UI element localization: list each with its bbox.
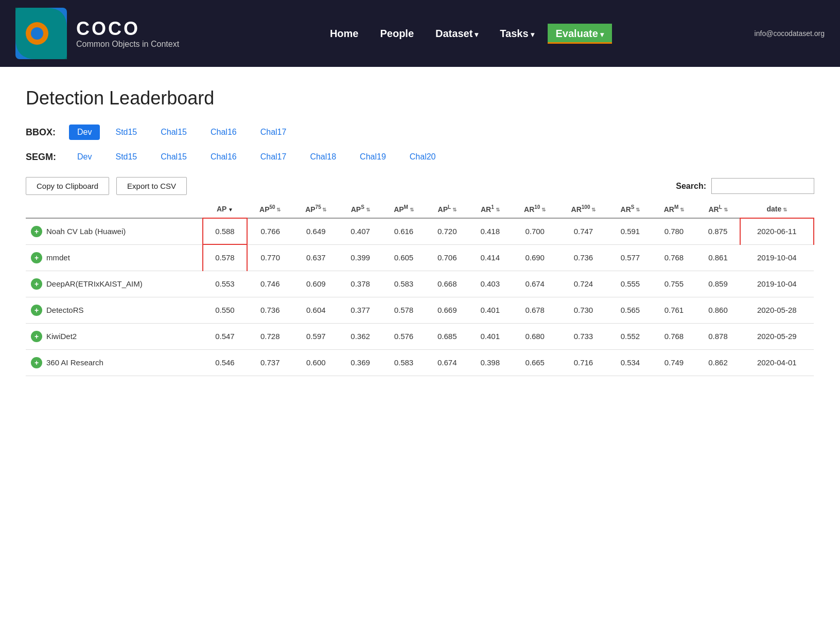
team-name-2: DeepAR(ETRIxKAIST_AIM) (46, 279, 143, 288)
ars-cell-4: 0.552 (609, 323, 652, 349)
logo-title: COCO (76, 18, 179, 40)
ars-cell-1: 0.577 (609, 244, 652, 271)
bbox-filter-row: BBOX: Dev Std15 Chal15 Chal16 Chal17 (26, 125, 814, 140)
col-arl[interactable]: ARL ⇅ (696, 200, 740, 218)
nav-home[interactable]: Home (322, 24, 367, 44)
nav-people[interactable]: People (372, 24, 422, 44)
header-left: COCO Common Objects in Context (15, 8, 179, 59)
segm-filter-row: SEGM: Dev Std15 Chal15 Chal16 Chal17 Cha… (26, 149, 814, 165)
aps-cell-5: 0.369 (339, 349, 382, 376)
toolbar-left: Copy to Clipboard Export to CSV (26, 177, 187, 195)
col-arm[interactable]: ARM ⇅ (652, 200, 696, 218)
ap-cell-2: 0.553 (203, 271, 247, 297)
aps-cell-4: 0.362 (339, 323, 382, 349)
arm-cell-1: 0.768 (652, 244, 696, 271)
arl-cell-5: 0.862 (696, 349, 740, 376)
ar100-cell-5: 0.716 (558, 349, 608, 376)
search-input[interactable] (711, 178, 814, 194)
date-cell-1: 2019-10-04 (740, 244, 814, 271)
team-cell-5: + 360 AI Research (26, 349, 203, 376)
date-cell-2: 2019-10-04 (740, 271, 814, 297)
ar10-cell-0: 0.700 (512, 218, 558, 245)
segm-chal17-btn[interactable]: Chal17 (252, 149, 295, 165)
date-cell-0: 2020-06-11 (740, 218, 814, 245)
segm-label: SEGM: (26, 152, 62, 163)
segm-dev-btn[interactable]: Dev (69, 149, 100, 165)
toolbar: Copy to Clipboard Export to CSV Search: (26, 177, 814, 195)
arm-cell-3: 0.761 (652, 297, 696, 323)
table-header: AP ▼ AP50 ⇅ AP75 ⇅ APS ⇅ APM ⇅ APL ⇅ AR1… (26, 200, 814, 218)
apm-cell-4: 0.576 (382, 323, 426, 349)
segm-chal18-btn[interactable]: Chal18 (302, 149, 344, 165)
ar1-cell-2: 0.403 (469, 271, 512, 297)
bbox-chal17-btn[interactable]: Chal17 (252, 125, 295, 140)
col-ap[interactable]: AP ▼ (203, 200, 247, 218)
ap50-cell-4: 0.728 (247, 323, 293, 349)
col-ap50[interactable]: AP50 ⇅ (247, 200, 293, 218)
contact-email: info@cocodataset.org (755, 29, 825, 38)
arm-cell-2: 0.755 (652, 271, 696, 297)
team-cell-4: + KiwiDet2 (26, 323, 203, 349)
col-ars[interactable]: ARS ⇅ (609, 200, 652, 218)
team-icon-5: + (31, 357, 42, 368)
ar1-cell-0: 0.418 (469, 218, 512, 245)
ap-cell-0: 0.588 (203, 218, 247, 245)
table-row: + mmdet 0.5780.7700.6370.3990.6050.7060.… (26, 244, 814, 271)
copy-clipboard-button[interactable]: Copy to Clipboard (26, 177, 109, 195)
bbox-label: BBOX: (26, 127, 62, 138)
apl-cell-1: 0.706 (426, 244, 469, 271)
arm-cell-4: 0.768 (652, 323, 696, 349)
team-name-4: KiwiDet2 (46, 332, 77, 341)
ar100-cell-3: 0.730 (558, 297, 608, 323)
ars-cell-5: 0.534 (609, 349, 652, 376)
ar10-cell-2: 0.674 (512, 271, 558, 297)
team-cell-0: + Noah CV Lab (Huawei) (26, 218, 203, 245)
table-row: + KiwiDet2 0.5470.7280.5970.3620.5760.68… (26, 323, 814, 349)
ars-cell-2: 0.555 (609, 271, 652, 297)
ar10-cell-3: 0.678 (512, 297, 558, 323)
apm-cell-2: 0.583 (382, 271, 426, 297)
segm-chal16-btn[interactable]: Chal16 (202, 149, 245, 165)
col-apl[interactable]: APL ⇅ (426, 200, 469, 218)
team-name-1: mmdet (46, 253, 70, 262)
team-cell-2: + DeepAR(ETRIxKAIST_AIM) (26, 271, 203, 297)
ar1-cell-4: 0.401 (469, 323, 512, 349)
logo-text: COCO Common Objects in Context (76, 18, 179, 49)
arl-cell-1: 0.861 (696, 244, 740, 271)
nav-tasks[interactable]: Tasks (492, 24, 542, 44)
table-row: + Noah CV Lab (Huawei) 0.5880.7660.6490.… (26, 218, 814, 245)
ap75-cell-3: 0.604 (293, 297, 339, 323)
ar1-cell-3: 0.401 (469, 297, 512, 323)
aps-cell-0: 0.407 (339, 218, 382, 245)
bbox-std15-btn[interactable]: Std15 (107, 125, 145, 140)
bbox-dev-btn[interactable]: Dev (69, 125, 100, 140)
segm-std15-btn[interactable]: Std15 (107, 149, 145, 165)
apm-cell-5: 0.583 (382, 349, 426, 376)
ar100-cell-4: 0.733 (558, 323, 608, 349)
segm-chal20-btn[interactable]: Chal20 (401, 149, 444, 165)
ap-cell-5: 0.546 (203, 349, 247, 376)
ap-cell-3: 0.550 (203, 297, 247, 323)
svg-point-2 (31, 27, 43, 40)
team-cell-1: + mmdet (26, 244, 203, 271)
nav-evaluate[interactable]: Evaluate (548, 24, 612, 44)
col-ap75[interactable]: AP75 ⇅ (293, 200, 339, 218)
bbox-chal15-btn[interactable]: Chal15 (152, 125, 195, 140)
ar1-cell-1: 0.414 (469, 244, 512, 271)
segm-chal15-btn[interactable]: Chal15 (152, 149, 195, 165)
toolbar-right: Search: (676, 178, 814, 194)
segm-chal19-btn[interactable]: Chal19 (352, 149, 394, 165)
bbox-chal16-btn[interactable]: Chal16 (202, 125, 245, 140)
export-csv-button[interactable]: Export to CSV (116, 177, 187, 195)
nav-dataset[interactable]: Dataset (427, 24, 486, 44)
table-row: + DetectoRS 0.5500.7360.6040.3770.5780.6… (26, 297, 814, 323)
col-ar1[interactable]: AR1 ⇅ (469, 200, 512, 218)
col-ar100[interactable]: AR100 ⇅ (558, 200, 608, 218)
ap75-cell-0: 0.649 (293, 218, 339, 245)
col-date[interactable]: date ⇅ (740, 200, 814, 218)
col-aps[interactable]: APS ⇅ (339, 200, 382, 218)
col-apm[interactable]: APM ⇅ (382, 200, 426, 218)
col-team[interactable] (26, 200, 203, 218)
col-ar10[interactable]: AR10 ⇅ (512, 200, 558, 218)
ap-cell-1: 0.578 (203, 244, 247, 271)
